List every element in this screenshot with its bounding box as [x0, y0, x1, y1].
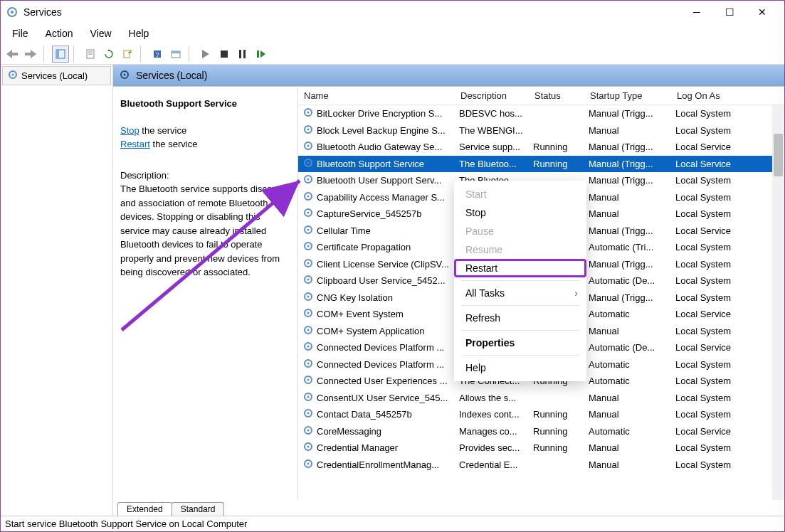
services-app-icon [6, 6, 18, 18]
stop-service-button[interactable] [216, 46, 233, 63]
svg-rect-3 [56, 50, 59, 58]
service-row[interactable]: CoreMessagingManages co...RunningAutomat… [298, 423, 784, 440]
service-name: CaptureService_545257b [317, 208, 421, 219]
service-startup: Manual [584, 459, 671, 470]
content-header-label: Services (Local) [136, 70, 207, 81]
svg-point-37 [307, 245, 310, 248]
service-row[interactable]: Block Level Backup Engine S...The WBENGI… [298, 122, 784, 139]
svg-point-49 [307, 346, 310, 348]
forward-button[interactable] [22, 46, 39, 63]
svg-point-31 [307, 195, 310, 197]
service-row[interactable]: ConsentUX User Service_545...Allows the … [298, 390, 784, 407]
gear-icon [302, 441, 314, 454]
service-row[interactable]: CredentialEnrollmentManag...Credential E… [298, 457, 784, 474]
service-name: COM+ System Application [317, 326, 424, 336]
service-name: BitLocker Drive Encryption S... [317, 108, 442, 119]
service-name: Client License Service (ClipSV... [317, 259, 449, 270]
restart-link[interactable]: Restart [120, 139, 150, 149]
service-name: Block Level Backup Engine S... [317, 125, 446, 136]
service-startup: Automatic [584, 426, 671, 437]
service-name: CoreMessaging [317, 426, 381, 437]
ctx-refresh[interactable]: Refresh [454, 309, 586, 327]
service-logon: Local System [671, 259, 749, 270]
toolbar: ? [1, 43, 784, 65]
service-row[interactable]: Credential ManagerProvides sec...Running… [298, 440, 784, 457]
minimize-button[interactable]: ─ [680, 1, 713, 23]
svg-rect-15 [257, 50, 259, 58]
col-description[interactable]: Description [455, 87, 529, 105]
svg-point-63 [307, 462, 310, 464]
svg-rect-7 [124, 50, 130, 58]
ctx-stop[interactable]: Stop [454, 203, 586, 222]
service-row[interactable]: BitLocker Drive Encryption S...BDESVC ho… [298, 105, 784, 122]
gear-icon [302, 341, 314, 354]
tab-extended[interactable]: Extended [117, 502, 172, 516]
service-startup: Manual (Trigg... [584, 292, 671, 303]
svg-point-43 [307, 295, 310, 297]
service-name: CredentialEnrollmentManag... [317, 459, 439, 470]
service-logon: Local System [671, 275, 749, 286]
vertical-scrollbar[interactable] [772, 105, 784, 500]
gear-icon [302, 224, 314, 238]
service-desc: BDESVC hos... [455, 108, 529, 119]
service-startup: Manual (Trigg... [584, 108, 671, 119]
service-name: Bluetooth User Support Serv... [317, 175, 441, 186]
service-row[interactable]: Bluetooth Audio Gateway Se...Service sup… [298, 139, 784, 156]
col-name[interactable]: Name [298, 87, 455, 105]
restart-service-button[interactable] [253, 46, 270, 63]
service-logon: Local System [671, 393, 749, 403]
properties-button[interactable] [82, 46, 99, 63]
show-hide-tree-button[interactable] [52, 46, 69, 63]
menu-file[interactable]: File [4, 25, 37, 42]
titlebar: Services ─ ☐ ✕ [1, 1, 784, 23]
gear-icon [7, 69, 19, 83]
status-text: Start service Bluetooth Support Service … [5, 518, 247, 529]
service-desc: Indexes cont... [455, 409, 529, 420]
svg-point-51 [307, 362, 310, 364]
col-logon[interactable]: Log On As [671, 87, 749, 105]
tab-standard[interactable]: Standard [172, 502, 225, 516]
service-startup: Automatic (De... [584, 275, 671, 286]
service-startup: Manual (Trigg... [584, 142, 671, 152]
service-row[interactable]: Contact Data_545257bIndexes cont...Runni… [298, 406, 784, 423]
menubar: File Action View Help [1, 23, 784, 43]
ctx-restart[interactable]: Restart [454, 259, 586, 277]
service-desc: Service supp... [455, 142, 529, 152]
stop-link[interactable]: Stop [120, 125, 139, 136]
ctx-properties[interactable]: Properties [454, 334, 586, 352]
menu-help[interactable]: Help [120, 25, 158, 42]
start-service-button[interactable] [197, 46, 214, 63]
service-name: Connected User Experiences ... [317, 376, 448, 386]
service-desc: Manages co... [455, 426, 529, 437]
gear-icon [302, 140, 314, 154]
service-desc: The Bluetoo... [455, 159, 529, 169]
back-button[interactable] [4, 46, 21, 63]
refresh-button[interactable] [100, 46, 117, 63]
menu-view[interactable]: View [81, 25, 120, 42]
ctx-help[interactable]: Help [454, 358, 586, 377]
svg-point-17 [12, 74, 14, 76]
svg-point-27 [307, 161, 310, 164]
export-button[interactable] [119, 46, 136, 63]
service-logon: Local System [671, 208, 749, 219]
maximize-button[interactable]: ☐ [713, 1, 746, 23]
tree-node-services-local[interactable]: Services (Local) [2, 66, 111, 85]
service-row[interactable]: Bluetooth Support ServiceThe Bluetoo...R… [298, 156, 784, 173]
gear-icon [119, 69, 130, 83]
service-name: ConsentUX User Service_545... [317, 393, 448, 403]
svg-point-55 [307, 395, 310, 398]
close-button[interactable]: ✕ [746, 1, 779, 23]
gear-icon [302, 207, 314, 220]
menu-action[interactable]: Action [37, 25, 82, 42]
svg-point-41 [307, 279, 310, 281]
statusbar: Start service Bluetooth Support Service … [1, 516, 784, 531]
scrollbar-thumb[interactable] [774, 134, 783, 176]
help2-button[interactable] [167, 46, 184, 63]
console-tree: Services (Local) [1, 65, 113, 516]
help-button[interactable]: ? [149, 46, 166, 63]
col-status[interactable]: Status [529, 87, 584, 105]
col-startup[interactable]: Startup Type [584, 87, 671, 105]
pause-service-button[interactable] [234, 46, 251, 63]
ctx-all-tasks[interactable]: All Tasks [454, 284, 586, 302]
service-logon: Local Service [671, 342, 749, 353]
